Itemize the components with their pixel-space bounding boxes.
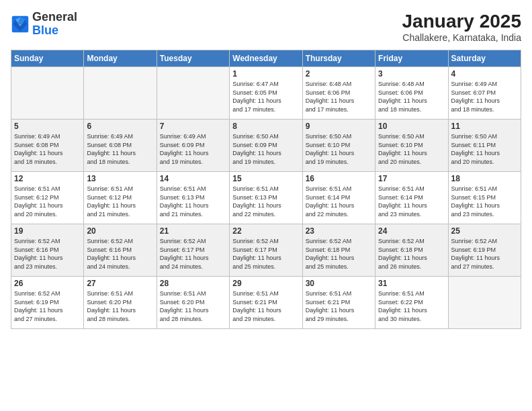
day-info: Sunrise: 6:49 AM Sunset: 6:07 PM Dayligh… xyxy=(451,80,518,113)
day-info: Sunrise: 6:51 AM Sunset: 6:14 PM Dayligh… xyxy=(378,185,445,218)
day-number: 19 xyxy=(14,226,81,236)
calendar-cell: 31Sunrise: 6:51 AM Sunset: 6:22 PM Dayli… xyxy=(375,277,448,329)
day-number: 10 xyxy=(378,122,445,131)
day-number: 21 xyxy=(160,226,226,236)
calendar-cell: 8Sunrise: 6:50 AM Sunset: 6:09 PM Daylig… xyxy=(230,120,302,172)
calendar-cell: 3Sunrise: 6:48 AM Sunset: 6:06 PM Daylig… xyxy=(375,67,448,120)
calendar-cell xyxy=(84,67,157,120)
week-row-4: 19Sunrise: 6:52 AM Sunset: 6:16 PM Dayli… xyxy=(11,224,521,277)
day-info: Sunrise: 6:52 AM Sunset: 6:19 PM Dayligh… xyxy=(451,237,518,271)
day-number: 26 xyxy=(14,279,81,288)
day-info: Sunrise: 6:51 AM Sunset: 6:12 PM Dayligh… xyxy=(14,185,81,218)
week-row-5: 26Sunrise: 6:52 AM Sunset: 6:19 PM Dayli… xyxy=(11,277,521,329)
calendar-cell: 6Sunrise: 6:49 AM Sunset: 6:08 PM Daylig… xyxy=(84,120,157,172)
day-number: 27 xyxy=(87,279,153,288)
day-number: 11 xyxy=(451,122,518,131)
col-header-wednesday: Wednesday xyxy=(230,50,302,67)
day-info: Sunrise: 6:52 AM Sunset: 6:18 PM Dayligh… xyxy=(306,237,372,271)
day-info: Sunrise: 6:50 AM Sunset: 6:09 PM Dayligh… xyxy=(232,132,299,166)
day-number: 28 xyxy=(160,279,226,288)
col-header-tuesday: Tuesday xyxy=(157,50,229,67)
title-block: January 2025 Challakere, Karnataka, Indi… xyxy=(402,11,521,43)
day-number: 25 xyxy=(451,226,518,236)
day-number: 23 xyxy=(306,226,372,236)
calendar-cell: 2Sunrise: 6:48 AM Sunset: 6:06 PM Daylig… xyxy=(302,67,375,120)
day-info: Sunrise: 6:51 AM Sunset: 6:13 PM Dayligh… xyxy=(160,185,226,218)
calendar-cell: 7Sunrise: 6:49 AM Sunset: 6:09 PM Daylig… xyxy=(157,120,229,172)
calendar-cell: 10Sunrise: 6:50 AM Sunset: 6:10 PM Dayli… xyxy=(375,120,448,172)
day-number: 24 xyxy=(378,226,445,236)
week-row-3: 12Sunrise: 6:51 AM Sunset: 6:12 PM Dayli… xyxy=(11,172,521,224)
calendar-cell: 19Sunrise: 6:52 AM Sunset: 6:16 PM Dayli… xyxy=(11,224,84,277)
day-info: Sunrise: 6:51 AM Sunset: 6:22 PM Dayligh… xyxy=(378,289,445,323)
day-info: Sunrise: 6:49 AM Sunset: 6:08 PM Dayligh… xyxy=(87,132,153,166)
calendar-cell: 18Sunrise: 6:51 AM Sunset: 6:15 PM Dayli… xyxy=(448,172,521,224)
day-info: Sunrise: 6:51 AM Sunset: 6:20 PM Dayligh… xyxy=(87,289,153,323)
day-info: Sunrise: 6:52 AM Sunset: 6:16 PM Dayligh… xyxy=(14,237,81,271)
calendar-header-row: SundayMondayTuesdayWednesdayThursdayFrid… xyxy=(11,50,521,67)
day-info: Sunrise: 6:51 AM Sunset: 6:13 PM Dayligh… xyxy=(232,185,299,218)
day-number: 4 xyxy=(451,69,518,79)
logo: General Blue xyxy=(11,11,77,38)
day-number: 13 xyxy=(87,174,153,183)
day-info: Sunrise: 6:51 AM Sunset: 6:21 PM Dayligh… xyxy=(306,289,372,323)
calendar-cell xyxy=(448,277,521,329)
calendar-cell: 28Sunrise: 6:51 AM Sunset: 6:20 PM Dayli… xyxy=(157,277,229,329)
location: Challakere, Karnataka, India xyxy=(402,32,521,43)
day-number: 5 xyxy=(14,122,81,131)
logo-line2: Blue xyxy=(32,24,58,37)
day-info: Sunrise: 6:48 AM Sunset: 6:06 PM Dayligh… xyxy=(306,80,372,113)
logo-line1: General xyxy=(32,10,77,24)
day-number: 17 xyxy=(378,174,445,183)
calendar-table: SundayMondayTuesdayWednesdayThursdayFrid… xyxy=(11,50,521,329)
day-info: Sunrise: 6:51 AM Sunset: 6:15 PM Dayligh… xyxy=(451,185,518,218)
col-header-sunday: Sunday xyxy=(11,50,84,67)
calendar-cell: 17Sunrise: 6:51 AM Sunset: 6:14 PM Dayli… xyxy=(375,172,448,224)
day-number: 20 xyxy=(87,226,153,236)
calendar-cell: 23Sunrise: 6:52 AM Sunset: 6:18 PM Dayli… xyxy=(302,224,375,277)
day-number: 30 xyxy=(306,279,372,288)
calendar-cell: 16Sunrise: 6:51 AM Sunset: 6:14 PM Dayli… xyxy=(302,172,375,224)
day-number: 9 xyxy=(306,122,372,131)
day-info: Sunrise: 6:52 AM Sunset: 6:18 PM Dayligh… xyxy=(378,237,445,271)
day-number: 6 xyxy=(87,122,153,131)
day-number: 29 xyxy=(232,279,299,288)
day-info: Sunrise: 6:51 AM Sunset: 6:21 PM Dayligh… xyxy=(232,289,299,323)
col-header-monday: Monday xyxy=(84,50,157,67)
day-info: Sunrise: 6:52 AM Sunset: 6:17 PM Dayligh… xyxy=(232,237,299,271)
day-number: 18 xyxy=(451,174,518,183)
col-header-friday: Friday xyxy=(375,50,448,67)
calendar-cell xyxy=(11,67,84,120)
day-info: Sunrise: 6:52 AM Sunset: 6:19 PM Dayligh… xyxy=(14,289,81,323)
month-title: January 2025 xyxy=(402,11,521,32)
col-header-thursday: Thursday xyxy=(302,50,375,67)
day-number: 15 xyxy=(232,174,299,183)
calendar-cell: 30Sunrise: 6:51 AM Sunset: 6:21 PM Dayli… xyxy=(302,277,375,329)
calendar-cell: 1Sunrise: 6:47 AM Sunset: 6:05 PM Daylig… xyxy=(230,67,302,120)
day-info: Sunrise: 6:51 AM Sunset: 6:12 PM Dayligh… xyxy=(87,185,153,218)
calendar-cell: 20Sunrise: 6:52 AM Sunset: 6:16 PM Dayli… xyxy=(84,224,157,277)
calendar-cell: 26Sunrise: 6:52 AM Sunset: 6:19 PM Dayli… xyxy=(11,277,84,329)
header: General Blue January 2025 Challakere, Ka… xyxy=(11,11,521,43)
day-info: Sunrise: 6:47 AM Sunset: 6:05 PM Dayligh… xyxy=(232,80,299,113)
page: General Blue January 2025 Challakere, Ka… xyxy=(0,0,532,411)
day-info: Sunrise: 6:51 AM Sunset: 6:14 PM Dayligh… xyxy=(306,185,372,218)
day-number: 7 xyxy=(160,122,226,131)
calendar-cell: 15Sunrise: 6:51 AM Sunset: 6:13 PM Dayli… xyxy=(230,172,302,224)
day-info: Sunrise: 6:51 AM Sunset: 6:20 PM Dayligh… xyxy=(160,289,226,323)
calendar-cell: 11Sunrise: 6:50 AM Sunset: 6:11 PM Dayli… xyxy=(448,120,521,172)
calendar-cell xyxy=(157,67,229,120)
calendar-cell: 4Sunrise: 6:49 AM Sunset: 6:07 PM Daylig… xyxy=(448,67,521,120)
day-number: 22 xyxy=(232,226,299,236)
calendar-cell: 22Sunrise: 6:52 AM Sunset: 6:17 PM Dayli… xyxy=(230,224,302,277)
day-number: 1 xyxy=(232,69,299,79)
calendar-cell: 13Sunrise: 6:51 AM Sunset: 6:12 PM Dayli… xyxy=(84,172,157,224)
day-number: 31 xyxy=(378,279,445,288)
day-info: Sunrise: 6:52 AM Sunset: 6:16 PM Dayligh… xyxy=(87,237,153,271)
day-number: 8 xyxy=(232,122,299,131)
day-number: 2 xyxy=(306,69,372,79)
day-number: 16 xyxy=(306,174,372,183)
day-info: Sunrise: 6:50 AM Sunset: 6:10 PM Dayligh… xyxy=(378,132,445,166)
calendar-cell: 25Sunrise: 6:52 AM Sunset: 6:19 PM Dayli… xyxy=(448,224,521,277)
day-number: 3 xyxy=(378,69,445,79)
